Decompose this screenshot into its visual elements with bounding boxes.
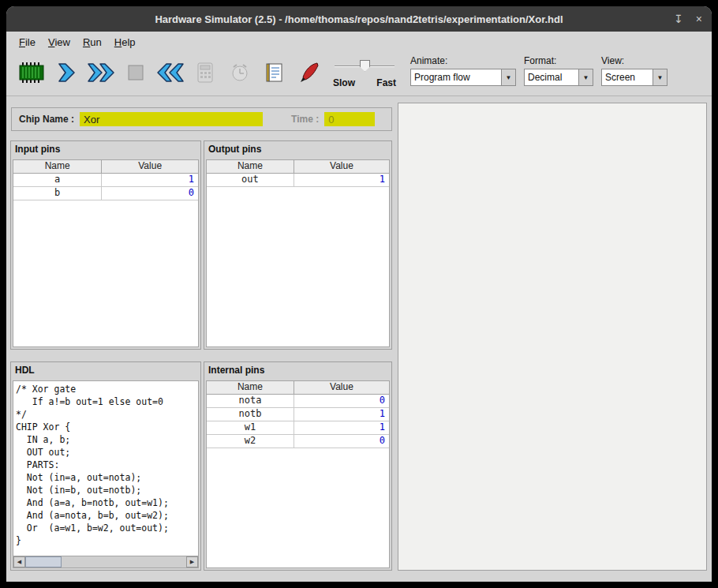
input-pins-panel: Input pins Name Value a 1 b 0 bbox=[10, 140, 201, 350]
clock-button[interactable] bbox=[223, 56, 257, 92]
hdl-code: /* Xor gate If a!=b out=1 else out=0 */ … bbox=[13, 381, 198, 549]
input-pins-table: Name Value a 1 b 0 bbox=[13, 159, 199, 347]
chevron-down-icon: ▼ bbox=[583, 74, 589, 81]
clock-icon bbox=[230, 62, 250, 87]
table-row: b 0 bbox=[13, 187, 198, 200]
table-row: a 1 bbox=[13, 174, 198, 187]
pin-name-cell: w2 bbox=[207, 435, 294, 448]
clear-button[interactable] bbox=[292, 56, 327, 92]
chip-name-bar: Chip Name : Xor Time : 0 bbox=[11, 107, 392, 131]
pin-value-cell[interactable]: 1 bbox=[102, 174, 198, 186]
close-button[interactable]: × bbox=[696, 13, 702, 25]
pin-value-cell: 0 bbox=[294, 435, 389, 448]
time-field: 0 bbox=[324, 112, 375, 126]
slider-fast-label: Fast bbox=[376, 77, 396, 88]
stop-button[interactable] bbox=[118, 56, 153, 92]
input-pins-title: Input pins bbox=[11, 141, 200, 158]
animate-dropdown-button[interactable]: ▼ bbox=[501, 69, 515, 85]
format-group: Format: Decimal ▼ bbox=[524, 55, 593, 86]
window-title: Hardware Simulator (2.5) - /home/thomas/… bbox=[155, 13, 563, 25]
animate-select[interactable]: Program flow ▼ bbox=[410, 69, 516, 86]
main-content: Chip Name : Xor Time : 0 Input pins Name… bbox=[6, 96, 712, 582]
table-row: out 1 bbox=[207, 174, 389, 187]
scroll-left-icon: ◀ bbox=[17, 559, 21, 565]
speed-slider[interactable]: Slow Fast bbox=[333, 58, 396, 90]
internal-pins-panel: Internal pins Name Value nota 0 notb 1 w… bbox=[204, 361, 392, 571]
single-step-button[interactable] bbox=[49, 56, 84, 92]
format-select[interactable]: Decimal ▼ bbox=[524, 69, 593, 86]
app-window: Hardware Simulator (2.5) - /home/thomas/… bbox=[6, 6, 712, 582]
hdl-title: HDL bbox=[11, 362, 200, 379]
animate-group: Animate: Program flow ▼ bbox=[410, 55, 516, 86]
reset-button[interactable] bbox=[153, 56, 188, 92]
pin-value-cell[interactable]: 0 bbox=[102, 187, 198, 200]
load-chip-button[interactable] bbox=[14, 56, 49, 92]
column-header-name: Name bbox=[207, 160, 294, 173]
scroll-right-button[interactable]: ▶ bbox=[186, 556, 198, 567]
calculator-button[interactable] bbox=[188, 56, 223, 92]
hdl-code-view[interactable]: /* Xor gate If a!=b out=1 else out=0 */ … bbox=[13, 380, 199, 568]
view-value: Screen bbox=[602, 69, 653, 85]
format-label: Format: bbox=[524, 55, 593, 66]
table-row: w1 1 bbox=[207, 421, 389, 435]
format-dropdown-button[interactable]: ▼ bbox=[578, 69, 593, 85]
stop-icon bbox=[126, 63, 145, 85]
view-hdl-button[interactable] bbox=[257, 56, 292, 92]
clear-icon bbox=[299, 62, 320, 87]
menu-file[interactable]: File bbox=[13, 34, 42, 51]
pin-value-cell: 1 bbox=[294, 408, 389, 421]
table-header: Name Value bbox=[13, 160, 198, 174]
menu-help[interactable]: Help bbox=[108, 34, 142, 51]
pin-name-cell: w1 bbox=[207, 421, 294, 434]
column-header-value: Value bbox=[294, 160, 389, 173]
minimize-button[interactable]: ↧ bbox=[674, 13, 683, 25]
screen-view-panel bbox=[398, 103, 707, 571]
table-header: Name Value bbox=[207, 160, 389, 174]
view-dropdown-button[interactable]: ▼ bbox=[653, 69, 667, 85]
view-group: View: Screen ▼ bbox=[601, 55, 668, 86]
pin-value-cell: 1 bbox=[294, 421, 389, 434]
hdl-panel: HDL /* Xor gate If a!=b out=1 else out=0… bbox=[10, 361, 201, 571]
scrollbar-track[interactable] bbox=[62, 556, 186, 567]
column-header-value: Value bbox=[294, 381, 389, 394]
hdl-horizontal-scrollbar[interactable]: ◀ ▶ bbox=[13, 556, 198, 567]
column-header-name: Name bbox=[13, 160, 102, 173]
reset-icon bbox=[155, 62, 185, 87]
title-bar: Hardware Simulator (2.5) - /home/thomas/… bbox=[6, 6, 712, 32]
pin-name-cell: out bbox=[207, 174, 294, 186]
calculator-icon bbox=[196, 62, 215, 87]
menu-view[interactable]: View bbox=[42, 34, 77, 51]
chip-name-field: Xor bbox=[80, 112, 263, 126]
scroll-right-icon: ▶ bbox=[190, 559, 194, 565]
chevron-down-icon: ▼ bbox=[657, 74, 664, 81]
column-header-name: Name bbox=[207, 381, 294, 394]
slider-slow-label: Slow bbox=[333, 77, 355, 88]
chip-name-label: Chip Name : bbox=[19, 114, 74, 125]
menu-run[interactable]: Run bbox=[77, 34, 108, 51]
chevron-down-icon: ▼ bbox=[506, 74, 512, 81]
pin-name-cell: a bbox=[13, 174, 102, 186]
time-label: Time : bbox=[291, 114, 319, 125]
scroll-left-button[interactable]: ◀ bbox=[13, 556, 25, 567]
animate-label: Animate: bbox=[410, 55, 516, 66]
internal-pins-table: Name Value nota 0 notb 1 w1 1 w2 0 bbox=[206, 380, 390, 568]
run-button[interactable] bbox=[84, 56, 118, 92]
table-header: Name Value bbox=[207, 381, 389, 395]
view-hdl-icon bbox=[265, 62, 284, 87]
table-row: w2 0 bbox=[207, 435, 389, 448]
view-label: View: bbox=[601, 55, 668, 66]
view-select[interactable]: Screen ▼ bbox=[601, 69, 668, 86]
toolbar: Slow Fast Animate: Program flow ▼ Format… bbox=[6, 52, 712, 96]
animate-value: Program flow bbox=[411, 69, 501, 85]
output-pins-panel: Output pins Name Value out 1 bbox=[204, 140, 392, 350]
pin-name-cell: nota bbox=[207, 395, 294, 407]
internal-pins-title: Internal pins bbox=[204, 362, 391, 379]
run-icon bbox=[86, 62, 116, 87]
table-row: notb 1 bbox=[207, 408, 389, 421]
pin-name-cell: notb bbox=[207, 408, 294, 421]
load-chip-icon bbox=[17, 61, 46, 88]
speed-slider-thumb[interactable] bbox=[360, 60, 370, 72]
format-value: Decimal bbox=[525, 69, 578, 85]
scrollbar-thumb[interactable] bbox=[25, 556, 62, 567]
pin-name-cell: b bbox=[13, 187, 102, 200]
